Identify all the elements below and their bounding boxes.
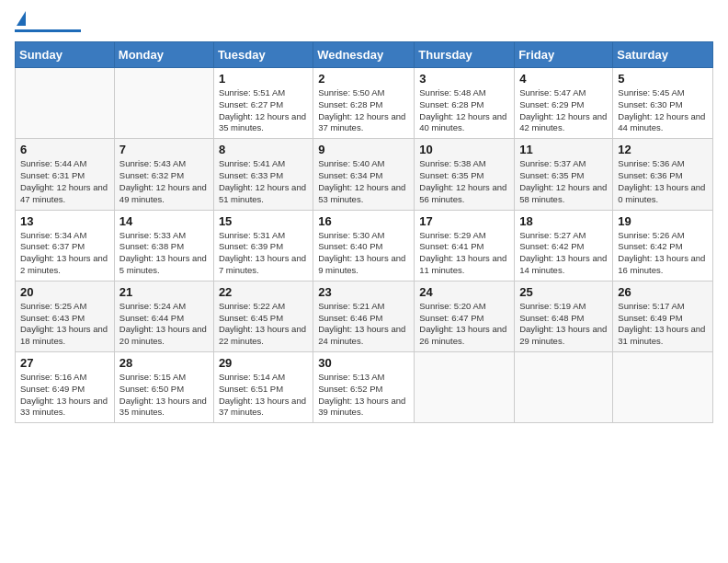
day-info: Sunrise: 5:21 AMSunset: 6:46 PMDaylight:… [318, 301, 409, 348]
week-row-3: 13Sunrise: 5:34 AMSunset: 6:37 PMDayligh… [16, 210, 713, 281]
day-info: Sunrise: 5:36 AMSunset: 6:36 PMDaylight:… [618, 158, 708, 205]
calendar-cell: 24Sunrise: 5:20 AMSunset: 6:47 PMDayligh… [415, 281, 515, 351]
day-info: Sunrise: 5:48 AMSunset: 6:28 PMDaylight:… [419, 87, 509, 134]
weekday-tuesday: Tuesday [213, 42, 313, 68]
day-info: Sunrise: 5:51 AMSunset: 6:27 PMDaylight:… [219, 87, 308, 134]
day-number: 19 [618, 214, 708, 228]
day-info: Sunrise: 5:24 AMSunset: 6:44 PMDaylight:… [119, 301, 209, 348]
calendar-cell: 8Sunrise: 5:41 AMSunset: 6:33 PMDaylight… [213, 139, 313, 210]
calendar-cell: 10Sunrise: 5:38 AMSunset: 6:35 PMDayligh… [415, 139, 515, 210]
day-number: 8 [219, 143, 308, 156]
calendar-cell [415, 352, 515, 423]
calendar-cell: 12Sunrise: 5:36 AMSunset: 6:36 PMDayligh… [613, 139, 713, 210]
calendar-cell: 28Sunrise: 5:15 AMSunset: 6:50 PMDayligh… [114, 352, 213, 423]
day-number: 6 [20, 143, 109, 156]
day-info: Sunrise: 5:44 AMSunset: 6:31 PMDaylight:… [20, 158, 109, 205]
calendar-cell [16, 68, 115, 139]
day-number: 24 [419, 285, 509, 299]
day-number: 29 [219, 356, 308, 370]
day-info: Sunrise: 5:22 AMSunset: 6:45 PMDaylight:… [219, 301, 308, 348]
day-info: Sunrise: 5:25 AMSunset: 6:43 PMDaylight:… [20, 301, 109, 348]
day-info: Sunrise: 5:29 AMSunset: 6:41 PMDaylight:… [419, 230, 509, 277]
calendar-cell [114, 68, 213, 139]
day-info: Sunrise: 5:50 AMSunset: 6:28 PMDaylight:… [318, 87, 409, 134]
calendar-cell: 23Sunrise: 5:21 AMSunset: 6:46 PMDayligh… [313, 281, 415, 351]
day-number: 1 [219, 72, 308, 86]
logo-triangle-icon [17, 11, 26, 26]
day-info: Sunrise: 5:15 AMSunset: 6:50 PMDaylight:… [119, 372, 209, 419]
calendar-cell: 30Sunrise: 5:13 AMSunset: 6:52 PMDayligh… [313, 352, 415, 423]
calendar-cell: 1Sunrise: 5:51 AMSunset: 6:27 PMDaylight… [213, 68, 313, 139]
day-number: 16 [318, 214, 409, 228]
calendar-cell: 20Sunrise: 5:25 AMSunset: 6:43 PMDayligh… [16, 281, 115, 351]
day-info: Sunrise: 5:31 AMSunset: 6:39 PMDaylight:… [219, 230, 308, 277]
day-number: 15 [219, 214, 308, 228]
day-number: 7 [119, 143, 209, 156]
day-info: Sunrise: 5:41 AMSunset: 6:33 PMDaylight:… [219, 158, 308, 205]
day-number: 20 [20, 285, 109, 299]
logo-underline [15, 29, 81, 32]
main-container: SundayMondayTuesdayWednesdayThursdayFrid… [0, 0, 728, 431]
day-info: Sunrise: 5:27 AMSunset: 6:42 PMDaylight:… [519, 230, 608, 277]
day-info: Sunrise: 5:26 AMSunset: 6:42 PMDaylight:… [618, 230, 708, 277]
calendar-cell: 3Sunrise: 5:48 AMSunset: 6:28 PMDaylight… [415, 68, 515, 139]
calendar-cell: 18Sunrise: 5:27 AMSunset: 6:42 PMDayligh… [515, 210, 613, 281]
calendar-cell: 6Sunrise: 5:44 AMSunset: 6:31 PMDaylight… [16, 139, 115, 210]
calendar-cell [613, 352, 713, 423]
day-number: 28 [119, 356, 209, 370]
day-number: 26 [618, 285, 708, 299]
day-number: 2 [318, 72, 409, 86]
day-number: 17 [419, 214, 509, 228]
day-number: 11 [519, 143, 608, 156]
day-number: 23 [318, 285, 409, 299]
day-info: Sunrise: 5:38 AMSunset: 6:35 PMDaylight:… [419, 158, 509, 205]
weekday-saturday: Saturday [613, 42, 713, 68]
day-number: 21 [119, 285, 209, 299]
day-info: Sunrise: 5:19 AMSunset: 6:48 PMDaylight:… [519, 301, 608, 348]
calendar-cell: 27Sunrise: 5:16 AMSunset: 6:49 PMDayligh… [16, 352, 115, 423]
logo [15, 11, 81, 32]
week-row-4: 20Sunrise: 5:25 AMSunset: 6:43 PMDayligh… [16, 281, 713, 351]
day-info: Sunrise: 5:45 AMSunset: 6:30 PMDaylight:… [618, 87, 708, 134]
day-info: Sunrise: 5:34 AMSunset: 6:37 PMDaylight:… [20, 230, 109, 277]
day-number: 12 [618, 143, 708, 156]
week-row-5: 27Sunrise: 5:16 AMSunset: 6:49 PMDayligh… [16, 352, 713, 423]
day-number: 3 [419, 72, 509, 86]
weekday-wednesday: Wednesday [313, 42, 415, 68]
calendar-cell: 7Sunrise: 5:43 AMSunset: 6:32 PMDaylight… [114, 139, 213, 210]
week-row-1: 1Sunrise: 5:51 AMSunset: 6:27 PMDaylight… [16, 68, 713, 139]
day-info: Sunrise: 5:17 AMSunset: 6:49 PMDaylight:… [618, 301, 708, 348]
day-number: 27 [20, 356, 109, 370]
day-info: Sunrise: 5:40 AMSunset: 6:34 PMDaylight:… [318, 158, 409, 205]
calendar-cell: 25Sunrise: 5:19 AMSunset: 6:48 PMDayligh… [515, 281, 613, 351]
header [15, 11, 713, 32]
day-number: 5 [618, 72, 708, 86]
calendar-cell: 13Sunrise: 5:34 AMSunset: 6:37 PMDayligh… [16, 210, 115, 281]
day-info: Sunrise: 5:20 AMSunset: 6:47 PMDaylight:… [419, 301, 509, 348]
day-info: Sunrise: 5:43 AMSunset: 6:32 PMDaylight:… [119, 158, 209, 205]
day-number: 18 [519, 214, 608, 228]
day-info: Sunrise: 5:13 AMSunset: 6:52 PMDaylight:… [318, 372, 409, 419]
calendar-cell: 21Sunrise: 5:24 AMSunset: 6:44 PMDayligh… [114, 281, 213, 351]
calendar-cell: 11Sunrise: 5:37 AMSunset: 6:35 PMDayligh… [515, 139, 613, 210]
day-info: Sunrise: 5:30 AMSunset: 6:40 PMDaylight:… [318, 230, 409, 277]
calendar-cell: 2Sunrise: 5:50 AMSunset: 6:28 PMDaylight… [313, 68, 415, 139]
calendar-cell: 9Sunrise: 5:40 AMSunset: 6:34 PMDaylight… [313, 139, 415, 210]
calendar-cell: 4Sunrise: 5:47 AMSunset: 6:29 PMDaylight… [515, 68, 613, 139]
calendar-cell: 16Sunrise: 5:30 AMSunset: 6:40 PMDayligh… [313, 210, 415, 281]
day-info: Sunrise: 5:37 AMSunset: 6:35 PMDaylight:… [519, 158, 608, 205]
day-number: 14 [119, 214, 209, 228]
day-number: 13 [20, 214, 109, 228]
day-number: 25 [519, 285, 608, 299]
weekday-header-row: SundayMondayTuesdayWednesdayThursdayFrid… [16, 42, 713, 68]
calendar-cell: 22Sunrise: 5:22 AMSunset: 6:45 PMDayligh… [213, 281, 313, 351]
weekday-friday: Friday [515, 42, 613, 68]
day-info: Sunrise: 5:14 AMSunset: 6:51 PMDaylight:… [219, 372, 308, 419]
day-number: 9 [318, 143, 409, 156]
day-number: 30 [318, 356, 409, 370]
calendar-cell [515, 352, 613, 423]
day-info: Sunrise: 5:16 AMSunset: 6:49 PMDaylight:… [20, 372, 109, 419]
weekday-monday: Monday [114, 42, 213, 68]
calendar-cell: 15Sunrise: 5:31 AMSunset: 6:39 PMDayligh… [213, 210, 313, 281]
day-info: Sunrise: 5:47 AMSunset: 6:29 PMDaylight:… [519, 87, 608, 134]
